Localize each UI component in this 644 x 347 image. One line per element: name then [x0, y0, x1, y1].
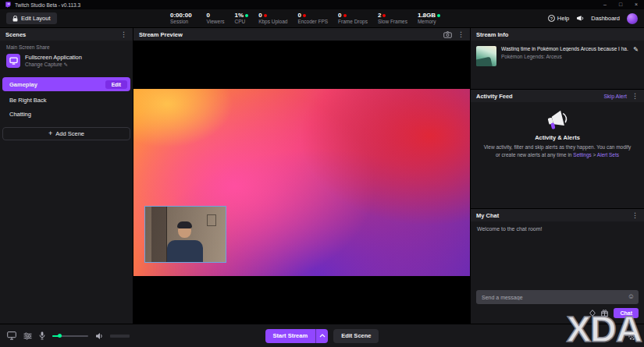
mic-volume-knob[interactable] — [58, 334, 62, 338]
mic-volume-slider[interactable] — [52, 335, 88, 337]
capture-title: Fullscreen Application — [25, 54, 82, 61]
titlebar: Twitch Studio Beta - v0.113.3 – □ × — [0, 0, 644, 9]
preview-body — [133, 41, 470, 324]
game-thumbnail — [476, 46, 496, 66]
snapshot-icon[interactable] — [443, 31, 452, 38]
stream-stats: 0:00:00 Session 0 Viewers 1% CPU 0 Kbps … — [170, 9, 440, 27]
scenes-header: Scenes ⋮ — [0, 28, 133, 41]
activity-feed-title: Activity Feed — [476, 93, 513, 100]
activity-alerts-heading: Activity & Alerts — [535, 134, 580, 141]
screen-share-icon — [6, 54, 20, 68]
scene-item-be-right-back[interactable]: Be Right Back — [0, 93, 133, 107]
quick-controls — [7, 331, 130, 340]
change-capture-link[interactable]: Change Capture ✎ — [25, 62, 82, 68]
dashboard-button[interactable]: Dashboard — [591, 15, 620, 22]
webcam-background-frame — [207, 214, 216, 226]
stat-session: 0:00:00 Session — [170, 12, 197, 25]
microphone-icon[interactable] — [39, 331, 45, 340]
avatar[interactable] — [627, 13, 638, 24]
help-button[interactable]: ? Help — [548, 15, 569, 22]
stream-controls: Start Stream Edit Scene — [265, 329, 379, 343]
edit-layout-button[interactable]: Edit Layout — [6, 12, 57, 24]
settings-gear-icon[interactable] — [628, 331, 637, 341]
twitch-logo-icon — [5, 2, 11, 9]
preview-header: Stream Preview ⋮ — [133, 28, 470, 41]
chat-input[interactable] — [476, 290, 639, 304]
main-area: Scenes ⋮ Main Screen Share Fullscreen Ap… — [0, 28, 644, 324]
stat-kbps-upload: 0 Kbps Upload — [258, 12, 287, 25]
minimize-button[interactable]: – — [597, 0, 613, 9]
emote-picker-icon[interactable]: ☺ — [628, 293, 635, 300]
chat-welcome-message: Welcome to the chat room! — [471, 221, 644, 236]
scene-group-label: Main Screen Share — [0, 41, 133, 52]
plus-icon: + — [48, 130, 52, 137]
stream-info-panel: Stream Info Wasting time in Pokémon Lege… — [471, 28, 644, 89]
status-dot — [437, 14, 440, 17]
scene-list: Gameplay Edit Be Right Back Chatting — [0, 77, 133, 121]
scenes-panel: Scenes ⋮ Main Screen Share Fullscreen Ap… — [0, 28, 133, 324]
close-button[interactable]: × — [628, 0, 644, 9]
right-column: Stream Info Wasting time in Pokémon Lege… — [471, 28, 644, 324]
gift-icon[interactable] — [601, 310, 608, 317]
stat-viewers: 0 Viewers — [207, 12, 225, 25]
chat-send-button[interactable]: Chat — [614, 308, 639, 318]
my-chat-panel: My Chat ⋮ Welcome to the chat room! ☺ — [471, 209, 644, 324]
activity-feed-header: Activity Feed Skip Alert ⋮ — [471, 90, 644, 102]
webcam-feed[interactable] — [144, 206, 226, 263]
edit-scene-button[interactable]: Edit Scene — [333, 329, 379, 343]
start-stream-button[interactable]: Start Stream — [265, 329, 329, 343]
toolbar-right: ? Help Dashboard — [548, 13, 638, 24]
activity-menu-icon[interactable]: ⋮ — [632, 93, 639, 100]
status-dot — [382, 14, 386, 17]
twitch-studio-window: Twitch Studio Beta - v0.113.3 – □ × Edit… — [0, 0, 644, 347]
mixer-icon[interactable] — [23, 332, 32, 340]
add-scene-button[interactable]: + Add Scene — [2, 127, 130, 140]
window-title: Twitch Studio Beta - v0.113.3 — [15, 2, 80, 8]
activity-feed-content: Activity & Alerts View activity, filter … — [471, 102, 644, 208]
chevron-up-icon[interactable] — [316, 329, 328, 343]
feedback-icon[interactable] — [576, 15, 584, 22]
preview-menu-icon[interactable]: ⋮ — [457, 31, 464, 38]
stream-preview-canvas[interactable] — [133, 89, 470, 276]
maximize-button[interactable]: □ — [613, 0, 628, 9]
stat-encoder-fps: 0 Encoder FPS — [297, 12, 328, 25]
capture-source: Fullscreen Application Change Capture ✎ — [0, 52, 133, 73]
stat-slow-frames: 2 Slow Frames — [378, 12, 407, 25]
stat-memory: 1.8GB Memory — [418, 12, 440, 25]
scenes-menu-icon[interactable]: ⋮ — [120, 31, 127, 38]
toolbar: Edit Layout 0:00:00 Session 0 Viewers 1%… — [0, 9, 644, 28]
bits-icon[interactable] — [589, 310, 596, 317]
stream-info-title-label: Stream Info — [476, 31, 508, 38]
stat-cpu: 1% CPU — [235, 12, 249, 25]
activity-feed-panel: Activity Feed Skip Alert ⋮ — [471, 90, 644, 208]
megaphone-icon — [544, 110, 571, 130]
webcam-background-door — [151, 207, 167, 262]
chat-input-row: ☺ — [476, 290, 639, 304]
lock-icon — [12, 16, 18, 22]
speaker-icon[interactable] — [95, 332, 103, 340]
link-separator: > — [592, 152, 597, 158]
skip-alert-link[interactable]: Skip Alert — [603, 94, 627, 99]
scene-item-chatting[interactable]: Chatting — [0, 107, 133, 121]
alert-sets-link[interactable]: Alert Sets — [597, 152, 619, 158]
scene-item-gameplay[interactable]: Gameplay Edit — [2, 77, 130, 91]
stream-preview-panel: Stream Preview ⋮ — [133, 28, 470, 324]
edit-stream-info-icon[interactable]: ✎ — [633, 46, 639, 53]
status-dot — [303, 14, 306, 17]
scene-label: Gameplay — [9, 81, 37, 88]
add-scene-label: Add Scene — [55, 130, 84, 137]
window-controls: – □ × — [597, 0, 644, 9]
settings-link[interactable]: Settings — [573, 152, 592, 158]
my-chat-title: My Chat — [476, 212, 499, 219]
scene-edit-button[interactable]: Edit — [105, 80, 127, 89]
stream-info-header: Stream Info — [471, 28, 644, 41]
chat-actions: Chat — [476, 308, 639, 318]
preview-title: Stream Preview — [139, 31, 183, 38]
display-capture-icon[interactable] — [7, 331, 16, 340]
my-chat-header: My Chat ⋮ — [471, 209, 644, 221]
stream-category: Pokémon Legends: Arceus — [501, 54, 628, 59]
stat-frame-drops: 0 Frame Drops — [338, 12, 368, 25]
chat-menu-icon[interactable]: ⋮ — [632, 212, 639, 219]
status-dot — [343, 14, 347, 17]
scene-label: Chatting — [9, 111, 31, 118]
